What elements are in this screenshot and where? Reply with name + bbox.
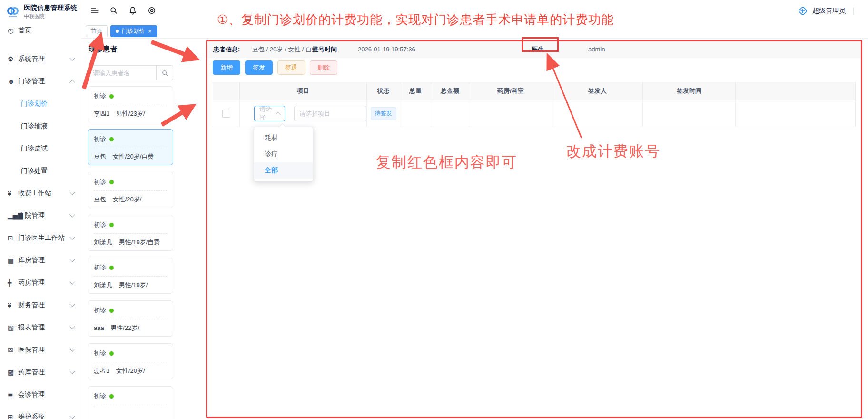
patient-panel-title: 现诊患者	[89, 45, 175, 54]
item-type-select[interactable]: 请选择	[254, 106, 285, 121]
action-button[interactable]: 删除	[310, 60, 337, 75]
user-role-label: 超级管理员	[812, 7, 846, 15]
tab-close-icon[interactable]: ×	[148, 28, 152, 34]
sidebar-item[interactable]: ⊞ 维护系统	[0, 406, 81, 419]
sidebar-item-label: 门诊皮试	[21, 144, 48, 153]
annotation-note-right: 改成计费账号	[566, 141, 661, 161]
table-cell-issue-time	[643, 100, 736, 127]
sidebar-item-label: 系统管理	[18, 55, 45, 63]
doctor-value: admin	[588, 41, 605, 58]
table-header-cell: 状态	[367, 82, 400, 100]
table-cell-department	[469, 100, 552, 127]
patient-card[interactable]: 初诊 患者1 女性/20岁/	[88, 343, 173, 379]
sidebar-item[interactable]: ▤ 库房管理	[0, 249, 81, 271]
patient-info-label: 患者信息:	[213, 41, 240, 58]
dropdown-option[interactable]: 诊疗	[254, 146, 313, 162]
sidebar-item[interactable]: ⚙ 系统管理	[0, 48, 81, 70]
status-dot	[109, 309, 114, 313]
patient-card-name-row: 李四1 男性/23岁/	[94, 110, 167, 118]
sidebar-item[interactable]: ╋ 药房管理	[0, 271, 81, 294]
chevron-icon	[69, 346, 75, 351]
status-dot	[109, 223, 114, 227]
logo[interactable]: 医院信息管理系统 中联医院	[6, 4, 77, 20]
tab[interactable]: 门诊划价 ×	[110, 25, 157, 37]
table-row: 请选择 待签发	[213, 100, 855, 127]
sidebar-item[interactable]: ◷ 首页	[0, 19, 81, 41]
chevron-icon	[69, 413, 75, 419]
sidebar-item[interactable]: ✉ 医保管理	[0, 339, 81, 361]
sidebar-item-label: 维护系统	[18, 413, 45, 419]
sidebar-item[interactable]: 门诊皮试	[0, 137, 81, 160]
topbar-icons	[89, 5, 157, 16]
table-cell-total	[400, 100, 431, 127]
sidebar-item-label: 报表管理	[18, 323, 45, 332]
chevron-icon	[69, 301, 75, 307]
collapse-menu-icon[interactable]	[89, 5, 100, 16]
visit-type-label: 初诊	[94, 349, 106, 358]
tab-label: 门诊划价	[122, 27, 145, 35]
chevron-icon	[69, 55, 75, 60]
bell-icon[interactable]	[128, 5, 138, 16]
patient-card[interactable]: 初诊 aaa 男性/22岁/	[88, 300, 173, 337]
patient-search-button[interactable]	[156, 65, 173, 80]
sidebar-item[interactable]: ▧ 报表管理	[0, 316, 81, 339]
sidebar-item[interactable]: 门诊处置	[0, 160, 81, 182]
action-button[interactable]: 新增	[213, 60, 240, 75]
action-button[interactable]: 签发	[245, 60, 273, 75]
sidebar-item[interactable]: ⊡ 门诊医生工作站	[0, 227, 81, 249]
sidebar-item-icon: ◷	[8, 27, 18, 34]
sidebar-item-label: 门诊划价	[21, 100, 48, 108]
sidebar-item-label: 库房管理	[18, 256, 45, 265]
tab[interactable]: 首页	[86, 25, 108, 37]
sidebar-item-label: 药库管理	[18, 368, 45, 377]
doctor-label: 医生	[532, 41, 544, 58]
dropdown-options: 耗材诊疗全部	[254, 130, 313, 179]
status-dot	[109, 351, 114, 356]
sidebar-item-label: 药房管理	[18, 279, 45, 287]
dropdown-option[interactable]: 耗材	[254, 130, 313, 146]
row-checkbox[interactable]	[222, 110, 230, 118]
search-icon[interactable]	[108, 5, 119, 16]
patient-card[interactable]: 初诊 刘潇凡 男性/19岁/	[88, 258, 173, 294]
chevron-icon	[69, 234, 75, 239]
sidebar-item[interactable]: 门诊划价	[0, 92, 81, 115]
patient-name: aaa	[94, 324, 104, 331]
patient-info: 女性/20岁/	[116, 367, 145, 374]
patient-card[interactable]: 初诊 刘潇凡 男性/19岁/自费	[88, 215, 173, 251]
sidebar-item-icon: ⚙	[8, 55, 18, 63]
card-divider	[94, 362, 167, 362]
action-button-row: 新增签发签退删除	[213, 60, 337, 75]
user-block[interactable]: 超级管理员	[797, 5, 854, 17]
sidebar-item[interactable]: ▂▅▇ 住院管理	[0, 204, 81, 227]
patient-card[interactable]: 初诊 豆包 女性/20岁/	[88, 172, 173, 208]
sidebar-item[interactable]: 门诊输液	[0, 115, 81, 137]
chevron-icon	[69, 190, 75, 195]
action-button[interactable]: 签退	[277, 60, 305, 75]
tab-bar: 首页 门诊划价 ×	[86, 25, 157, 37]
sidebar-item[interactable]: ≣ 会诊管理	[0, 383, 81, 406]
table-header-cell	[213, 82, 240, 100]
status-dot	[109, 394, 114, 399]
sidebar-item[interactable]: ¥ 收费工作站	[0, 182, 81, 204]
item-search-input[interactable]	[294, 106, 366, 121]
patient-info: 男性/19岁/	[119, 281, 148, 289]
patient-card-status-row: 初诊	[94, 392, 167, 400]
sidebar-item-label: 收费工作站	[18, 189, 51, 198]
patient-card[interactable]: 初诊 李四1 男性/23岁/	[88, 86, 173, 122]
dropdown-option[interactable]: 全部	[254, 162, 313, 179]
patient-info: 男性/19岁/自费	[119, 239, 160, 246]
sidebar-item[interactable]: ☻ 门诊管理	[0, 70, 81, 92]
sidebar-item-label: 首页	[18, 26, 31, 35]
table-cell-item: 请选择	[240, 100, 367, 127]
register-time-label: 挂号时间	[312, 41, 337, 58]
sidebar-item-icon: ✉	[8, 346, 18, 354]
patient-search-input[interactable]	[88, 65, 156, 80]
patient-card-name-row: 患者1 女性/20岁/	[94, 367, 167, 375]
badge-icon[interactable]	[147, 5, 157, 16]
card-divider	[94, 319, 167, 319]
patient-card[interactable]: 初诊 豆包 女性/20岁/自费	[88, 129, 173, 165]
patient-card[interactable]: 初诊	[88, 386, 173, 419]
sidebar-item[interactable]: ¥ 财务管理	[0, 294, 81, 316]
patient-name: 刘潇凡	[94, 239, 112, 246]
sidebar-item[interactable]: ▩ 药库管理	[0, 361, 81, 383]
